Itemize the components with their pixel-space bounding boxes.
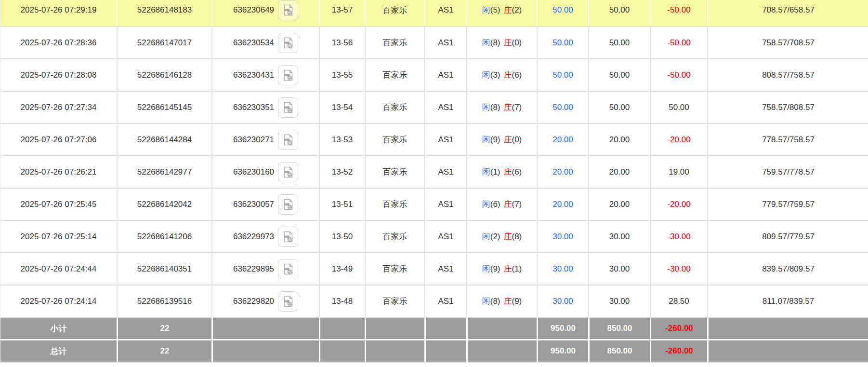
bet-id-cell: 522686141206 xyxy=(117,221,211,252)
time-cell: 2025-07-26 07:26:21 xyxy=(0,156,117,188)
valid-amount: 20.00 xyxy=(609,167,630,177)
video-replay-button[interactable] xyxy=(278,0,298,20)
game-type: 百家乐 xyxy=(383,263,408,274)
table-row[interactable]: 2025-07-26 07:24:44522686140351636229895… xyxy=(0,253,868,285)
table-row[interactable]: 2025-07-26 07:27:06522686144284636230271… xyxy=(0,124,868,156)
balance: 708.57/658.57 xyxy=(762,5,815,15)
video-replay-button[interactable] xyxy=(278,259,298,279)
balance-cell xyxy=(707,318,868,339)
valid-amount-cell: 50.00 xyxy=(588,59,650,91)
grand-total-row: 总计22950.00850.00-260.00 xyxy=(0,340,868,363)
table-row[interactable]: 2025-07-26 07:26:21522686142977636230160… xyxy=(0,156,868,189)
balance: 808.57/758.57 xyxy=(762,70,815,80)
valid-amount: 30.00 xyxy=(609,264,630,274)
bet-id: 522686145145 xyxy=(137,103,192,112)
round-id: 636230431 xyxy=(233,70,274,80)
round-id-cell: 636230057 xyxy=(211,189,319,220)
win-loss-cell: -260.00 xyxy=(650,340,707,362)
player-result-points: (8) xyxy=(490,38,500,48)
round-id-cell: 636230431 xyxy=(211,59,319,91)
table-row[interactable]: 2025-07-26 07:25:45522686142042636230057… xyxy=(0,189,868,221)
video-replay-button[interactable] xyxy=(278,162,298,182)
game-type-cell: 百家乐 xyxy=(365,253,424,285)
round-id: 636229973 xyxy=(233,232,274,242)
round-no: 13-54 xyxy=(332,103,353,112)
table-name: AS1 xyxy=(438,167,453,177)
bet-amount: 20.00 xyxy=(552,200,573,209)
bet-amount-cell: 50.00 xyxy=(537,27,588,58)
table-name-cell xyxy=(424,340,466,362)
bet-amount-cell: 50.00 xyxy=(537,59,588,91)
win-loss-amount: -50.00 xyxy=(667,38,690,48)
bet-id: 522686140351 xyxy=(137,264,192,274)
video-replay-button[interactable] xyxy=(278,291,298,312)
bet-amount-cell: 30.00 xyxy=(537,221,588,252)
table-row[interactable]: 2025-07-26 07:28:36522686147017636230534… xyxy=(0,27,868,59)
bet-amount: 50.00 xyxy=(552,5,573,15)
video-replay-button[interactable] xyxy=(278,33,298,53)
game-type: 百家乐 xyxy=(383,231,408,242)
table-row[interactable]: 2025-07-26 07:27:34522686145145636230351… xyxy=(0,92,868,124)
valid-amount: 50.00 xyxy=(609,70,630,80)
banker-result-points: (7) xyxy=(512,103,522,112)
table-name-cell: AS1 xyxy=(424,124,466,155)
round-id-cell: 636229895 xyxy=(211,253,319,285)
player-result-label: 闲 xyxy=(482,5,490,16)
table-name: AS1 xyxy=(438,5,453,15)
banker-result-label: 庄 xyxy=(504,263,512,274)
bet-id-total: 22 xyxy=(160,346,170,356)
bet-id-cell: 522686147017 xyxy=(117,27,211,58)
bet-records-table: 2025-07-26 07:29:19522686148183636230649… xyxy=(0,0,868,363)
round-no-cell: 13-51 xyxy=(319,189,365,220)
win-loss-amount: -30.00 xyxy=(667,232,690,242)
round-id-cell: 636230160 xyxy=(211,156,319,188)
bet-id-cell: 522686142977 xyxy=(117,156,211,188)
bet-time: 2025-07-26 07:26:21 xyxy=(21,167,97,177)
round-id: 636230271 xyxy=(233,135,274,145)
game-type: 百家乐 xyxy=(383,5,408,16)
balance-cell: 808.57/758.57 xyxy=(707,59,868,91)
bet-amount-cell: 20.00 xyxy=(537,156,588,188)
bet-id-cell: 522686145145 xyxy=(117,92,211,123)
banker-result-label: 庄 xyxy=(504,134,512,145)
banker-result-label: 庄 xyxy=(504,296,512,307)
video-replay-button[interactable] xyxy=(278,97,298,118)
game-type: 百家乐 xyxy=(383,69,408,81)
balance-cell: 759.57/778.57 xyxy=(707,156,868,188)
valid-amount-cell: 20.00 xyxy=(588,156,650,188)
balance: 758.57/808.57 xyxy=(762,103,815,112)
round-id: 636230351 xyxy=(233,103,274,112)
win-loss-amount: 50.00 xyxy=(669,103,689,112)
bet-id-cell: 22 xyxy=(117,340,211,362)
bet-id-cell: 522686142042 xyxy=(117,189,211,220)
table-name: AS1 xyxy=(438,135,453,145)
table-row[interactable]: 2025-07-26 07:25:14522686141206636229973… xyxy=(0,221,868,253)
table-name: AS1 xyxy=(438,232,453,242)
video-replay-button[interactable] xyxy=(278,227,298,247)
video-replay-button[interactable] xyxy=(278,65,298,85)
table-row[interactable]: 2025-07-26 07:28:08522686146128636230431… xyxy=(0,59,868,92)
banker-result-points: (1) xyxy=(512,264,522,274)
table-name-cell: AS1 xyxy=(424,59,466,91)
result-cell: 闲(6)庄(7) xyxy=(466,189,537,220)
bet-time: 2025-07-26 07:24:44 xyxy=(21,264,97,274)
balance: 779.57/759.57 xyxy=(762,200,815,209)
balance: 811.07/839.57 xyxy=(763,297,814,306)
table-row[interactable]: 2025-07-26 07:29:19522686148183636230649… xyxy=(0,0,868,27)
player-result-label: 闲 xyxy=(482,199,490,210)
bet-amount: 50.00 xyxy=(552,70,573,80)
banker-result-label: 庄 xyxy=(504,199,512,210)
player-result-label: 闲 xyxy=(482,263,490,274)
video-replay-button[interactable] xyxy=(278,130,298,150)
bet-id: 522686142977 xyxy=(137,167,192,177)
banker-result-points: (0) xyxy=(512,135,522,145)
result-cell xyxy=(466,340,537,362)
video-replay-button[interactable] xyxy=(278,194,298,215)
table-row[interactable]: 2025-07-26 07:24:14522686139516636229820… xyxy=(0,285,868,318)
win-loss-amount: -30.00 xyxy=(667,264,690,274)
player-result-points: (8) xyxy=(490,297,500,306)
round-id-cell: 636230534 xyxy=(211,27,319,58)
bet-id-cell: 522686146128 xyxy=(117,59,211,91)
balance: 809.57/779.57 xyxy=(762,232,815,242)
result-cell: 闲(8)庄(9) xyxy=(466,285,537,317)
